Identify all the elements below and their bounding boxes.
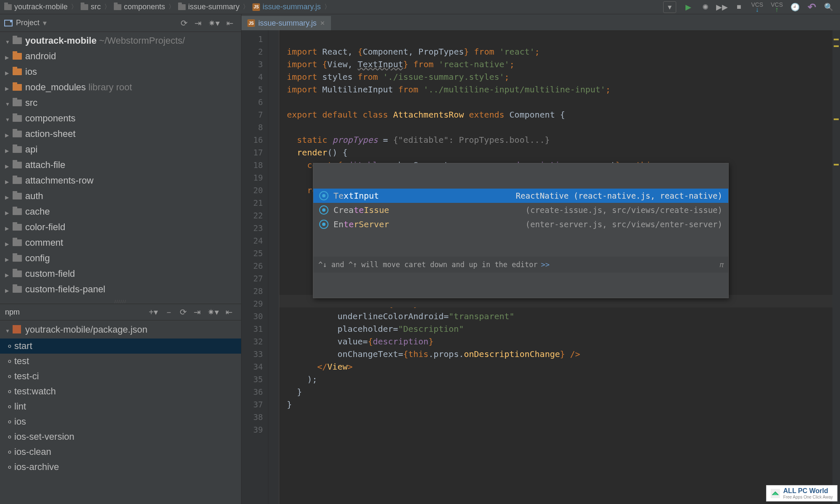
autocomplete-item[interactable]: EnterServer(enter-server.js, src/views/e…	[313, 217, 728, 231]
close-tab-icon[interactable]: ✕	[320, 20, 325, 26]
folder-icon	[13, 68, 22, 75]
project-icon	[4, 20, 13, 26]
npm-script-ios-set-version[interactable]: ∘ios-set-version	[0, 429, 241, 444]
npm-tool-title: npm	[5, 308, 20, 317]
npm-settings-icon[interactable]: ✷▾	[207, 307, 219, 317]
search-everywhere-button[interactable]: 🔍	[824, 3, 833, 12]
folder-icon	[13, 208, 22, 215]
tree-config[interactable]: config	[0, 251, 241, 267]
npm-root[interactable]: youtrack-mobile/package.json	[0, 322, 241, 339]
collapse-all-button[interactable]: ⇥	[194, 18, 202, 28]
crumb-src[interactable]: src	[79, 2, 102, 12]
refresh-button[interactable]: ⟳	[180, 307, 187, 317]
folder-icon	[81, 4, 88, 10]
folder-icon	[13, 270, 22, 277]
crumb-file[interactable]: JSissue-summary.js	[251, 2, 323, 12]
error-stripe[interactable]	[832, 30, 840, 504]
npm-script-test-ci[interactable]: ∘test-ci	[0, 369, 241, 384]
line-number-gutter[interactable]: 1234567816171819202122232425262728293031…	[242, 30, 268, 504]
tree-comment[interactable]: comment	[0, 236, 241, 251]
scroll-to-source-button[interactable]: ⟳	[181, 18, 188, 28]
run-button[interactable]: ▶	[684, 3, 693, 12]
tree-components[interactable]: components	[0, 111, 241, 127]
crumb-issue-summary[interactable]: issue-summary	[176, 2, 241, 12]
chevron-down-icon[interactable]: ▾	[43, 18, 47, 28]
autocomplete-hint: ^↓ and ^↑ will move caret down and up in…	[313, 257, 728, 273]
npm-script-ios-archive[interactable]: ∘ios-archive	[0, 459, 241, 475]
resize-handle[interactable]: //////	[0, 299, 241, 304]
tab-issue-summary[interactable]: JS issue-summary.js ✕	[242, 16, 331, 30]
tree-root[interactable]: youtrack-mobile ~/WebstormProjects/	[0, 34, 241, 49]
folder-icon	[13, 146, 22, 153]
js-file-icon: JS	[252, 3, 260, 11]
watermark-logo-icon	[771, 489, 780, 498]
suggestion-icon	[319, 205, 328, 215]
tree-color-field[interactable]: color-field	[0, 220, 241, 236]
tree-cache[interactable]: cache	[0, 205, 241, 220]
tree-api[interactable]: api	[0, 142, 241, 158]
tree-attach-file[interactable]: attach-file	[0, 158, 241, 173]
add-script-button[interactable]: +▾	[149, 307, 158, 317]
tree-node-modules[interactable]: node_modules library root	[0, 80, 241, 96]
npm-script-lint[interactable]: ∘lint	[0, 399, 241, 414]
hint-more-link[interactable]: >>	[541, 258, 549, 271]
hide-panel-button[interactable]: ⇤	[226, 18, 234, 28]
chevron-right-icon: 〉	[71, 3, 77, 11]
run-coverage-button[interactable]: ▶▶	[717, 3, 727, 12]
folder-icon	[13, 193, 22, 200]
navigation-bar: youtrack-mobile 〉 src 〉 components 〉 iss…	[0, 0, 840, 14]
tree-android[interactable]: android	[0, 49, 241, 65]
folder-icon	[13, 162, 22, 168]
tree-custom-fields-panel[interactable]: custom-fields-panel	[0, 282, 241, 298]
npm-script-start[interactable]: ∘start	[0, 339, 241, 354]
npm-script-ios-clean[interactable]: ∘ios-clean	[0, 444, 241, 459]
project-tree[interactable]: youtrack-mobile ~/WebstormProjects/ andr…	[0, 32, 241, 299]
fold-column[interactable]	[268, 30, 279, 504]
tree-custom-field[interactable]: custom-field	[0, 267, 241, 282]
undo-button[interactable]: ↶	[807, 3, 816, 12]
tree-auth[interactable]: auth	[0, 189, 241, 205]
vcs-commit-button[interactable]: VCS↑	[771, 2, 783, 12]
editor-tabs: JS issue-summary.js ✕	[242, 14, 840, 30]
editor-area: JS issue-summary.js ✕ 123456781617181920…	[242, 14, 840, 504]
debug-button[interactable]: ✺	[701, 3, 710, 12]
folder-icon	[13, 177, 22, 184]
npm-script-test:watch[interactable]: ∘test:watch	[0, 384, 241, 399]
watermark: ALL PC World Free Apps One Click Away	[766, 485, 837, 501]
autocomplete-item[interactable]: CreateIssue(create-issue.js, src/views/c…	[313, 203, 728, 217]
folder-icon	[178, 4, 186, 10]
suggestion-icon	[319, 220, 328, 229]
stop-button[interactable]: ■	[734, 3, 743, 12]
code-editor[interactable]: import React, {Component, PropTypes} fro…	[279, 30, 832, 504]
npm-script-test[interactable]: ∘test	[0, 354, 241, 369]
collapse-button[interactable]: ⇥	[194, 307, 201, 317]
crumb-project[interactable]: youtrack-mobile	[3, 2, 69, 12]
breadcrumb: youtrack-mobile 〉 src 〉 components 〉 iss…	[3, 2, 663, 12]
history-button[interactable]: 🕘	[790, 3, 800, 12]
folder-icon	[13, 53, 22, 60]
run-config-dropdown[interactable]: ▾	[663, 1, 676, 13]
folder-icon	[13, 255, 22, 262]
autocomplete-popup[interactable]: TextInputReactNative (react-native.js, r…	[313, 163, 729, 298]
autocomplete-item[interactable]: TextInputReactNative (react-native.js, r…	[313, 189, 728, 203]
npm-tree[interactable]: youtrack-mobile/package.json ∘start∘test…	[0, 320, 241, 504]
settings-gear-icon[interactable]: ✷▾	[208, 18, 220, 28]
toolbar-right: ▾ ▶ ✺ ▶▶ ■ VCS↓ VCS↑ 🕘 ↶ 🔍	[663, 1, 837, 13]
folder-icon	[13, 224, 22, 231]
hide-npm-button[interactable]: ⇤	[226, 307, 233, 317]
js-file-icon: JS	[247, 19, 255, 27]
npm-script-ios[interactable]: ∘ios	[0, 414, 241, 429]
folder-icon	[13, 84, 22, 91]
folder-icon	[13, 239, 22, 246]
suggestion-icon	[319, 191, 328, 200]
vcs-update-button[interactable]: VCS↓	[751, 2, 763, 12]
tree-ios[interactable]: ios	[0, 65, 241, 80]
project-sidebar: Project ▾ ⟳ ⇥ ✷▾ ⇤ youtrack-mobile ~/Web…	[0, 14, 242, 504]
folder-icon	[114, 4, 121, 10]
folder-icon	[13, 115, 22, 122]
tree-src[interactable]: src	[0, 96, 241, 111]
tree-action-sheet[interactable]: action-sheet	[0, 127, 241, 142]
remove-script-button[interactable]: －	[165, 307, 173, 318]
crumb-components[interactable]: components	[112, 2, 167, 12]
tree-attachments-row[interactable]: attachments-row	[0, 173, 241, 189]
